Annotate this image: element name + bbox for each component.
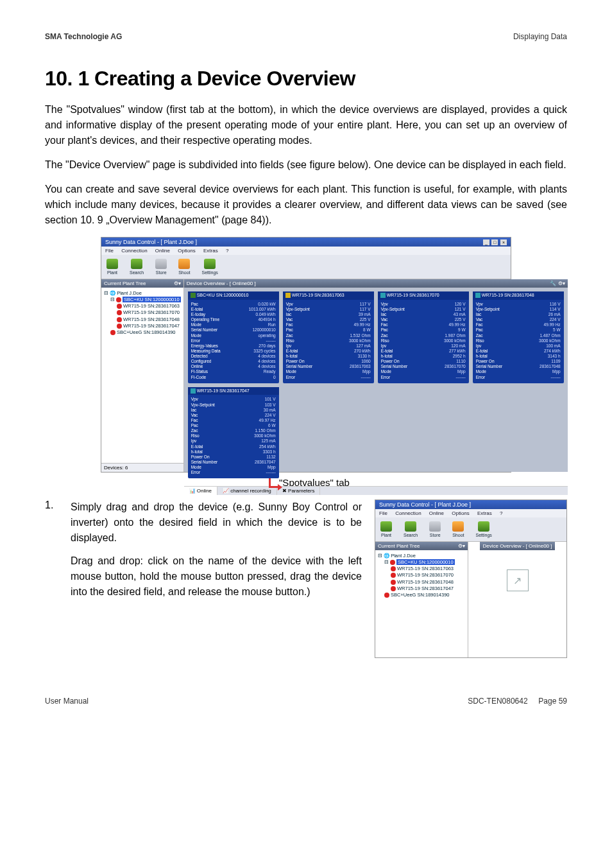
menu-extras[interactable]: Extras [203,248,218,254]
tree-header: Current Plant Tree [104,281,146,286]
step-text-1: Simply drag and drop the device (e.g. Su… [71,499,362,546]
menu-file[interactable]: File [105,248,114,254]
device-count: Devices: 6 [101,463,183,472]
search-icon [131,259,142,269]
gear-icon[interactable]: 🔧 ⚙▾ [550,281,565,286]
window-title: Sunny Data Control - [ Plant J.Doe ] [379,501,471,508]
right-panel: Device Overview - [ Online00 ] 🔧 ⚙▾ SBC+… [184,279,568,472]
tab-parameters[interactable]: ✖ Parameters [277,487,321,495]
device-card-2[interactable]: WR715-19 SN:283617070Vpv120 VVpv-Setpoin… [378,291,469,383]
intro-para-3: You can create and save several device o… [45,182,567,228]
tool-settings[interactable]: Settings [201,259,217,275]
device-card-1[interactable]: WR715-19 SN:283617063Vpv117 VVpv-Setpoin… [283,291,374,383]
shoot-icon [178,259,190,269]
intro-para-2: The "Device Overview" page is subdivided… [45,157,567,173]
footer-left: User Manual [45,697,89,706]
tool-search[interactable]: Search [404,521,418,537]
tool-plant[interactable]: Plant [380,521,392,537]
step-text-2: Drag and drop: click on the name of the … [71,553,362,600]
tool-plant[interactable]: Plant [106,259,118,275]
small-screenshot: Sunny Data Control - [ Plant J.Doe ] Fil… [375,499,567,658]
device-tree[interactable]: ⊟ 🌐 Plant J.Doe ⊟ SBC+KU SN:1200000010 W… [101,288,183,463]
tree-root: Plant J.Doe [117,290,142,296]
maximize-icon[interactable]: □ [491,239,498,245]
tab-online[interactable]: 📊 Online [184,487,217,495]
brand-label: SMA Technologie AG [45,32,122,41]
overview-header: Device Overview - [ Online00 ] [187,281,256,286]
page-title: 10. 1 Creating a Device Overview [45,67,567,91]
menu-bar[interactable]: File Connection Online Options Extras ? [101,247,511,255]
menu-connection[interactable]: Connection [121,248,147,254]
tree-item: WR715-19 SN:283617047 [123,323,180,329]
bottom-tabs[interactable]: 📊 Online 📈 channel recording ✖ Parameter… [184,486,568,495]
section-label: Displaying Data [513,32,567,41]
store-icon [155,259,167,269]
tool-shoot[interactable]: Shoot [178,259,190,275]
menu-help[interactable]: ? [226,248,228,254]
tree-item: WR715-19 SN:283617063 [123,303,180,309]
window-controls[interactable]: _ □ × [482,239,507,245]
tree-item: WR715-19 SN:283617048 [123,317,180,322]
tree-item: SBC+UeeG SN:189014390 [117,329,176,335]
main-screenshot: Sunny Data Control - [ Plant J.Doe ] _ □… [101,237,511,473]
footer-page: Page 59 [538,697,567,706]
toolbar: Plant Search Store Shoot Settings [101,255,511,279]
device-card-3[interactable]: WR715-19 SN:283617048Vpv116 VVpv-Setpoin… [473,291,564,383]
plant-icon [106,259,118,269]
device-card-sbc[interactable]: SBC+KU SN:1200000010Pac0.020 kWE-total10… [188,291,279,383]
tree-selected: SBC+KU SN:1200000010 [123,297,181,302]
tool-settings[interactable]: Settings [475,521,491,537]
menu-options[interactable]: Options [178,248,196,254]
tab-channel-recording[interactable]: 📈 channel recording [217,487,277,495]
gear-icon[interactable]: ⚙▾ [458,543,465,549]
gear-icon[interactable]: ⚙▾ [174,281,181,286]
drop-target-placeholder-icon[interactable]: ↗ [507,569,529,591]
step-number: 1. [45,499,71,607]
intro-para-1: The "Spotvalues" window (first tab at th… [45,102,567,148]
minimize-icon[interactable]: _ [483,239,489,245]
device-card-4[interactable]: WR715-19 SN:283617047Vpv101 VVpv-Setpoin… [188,387,279,479]
tool-shoot[interactable]: Shoot [452,521,464,537]
settings-icon [204,259,216,269]
tool-search[interactable]: Search [130,259,144,275]
menu-online[interactable]: Online [155,248,170,254]
tree-item: WR715-19 SN:283617070 [123,309,180,315]
tool-store[interactable]: Store [429,521,441,537]
left-panel: Current Plant Tree ⚙▾ ⊟ 🌐 Plant J.Doe ⊟ … [101,279,184,472]
window-title: Sunny Data Control - [ Plant J.Doe ] [105,239,197,245]
tool-store[interactable]: Store [155,259,167,275]
footer-docid: SDC-TEN080642 [468,697,527,706]
menu-bar[interactable]: File Connection Online Options Extras ? [375,509,566,517]
close-icon[interactable]: × [500,239,507,245]
